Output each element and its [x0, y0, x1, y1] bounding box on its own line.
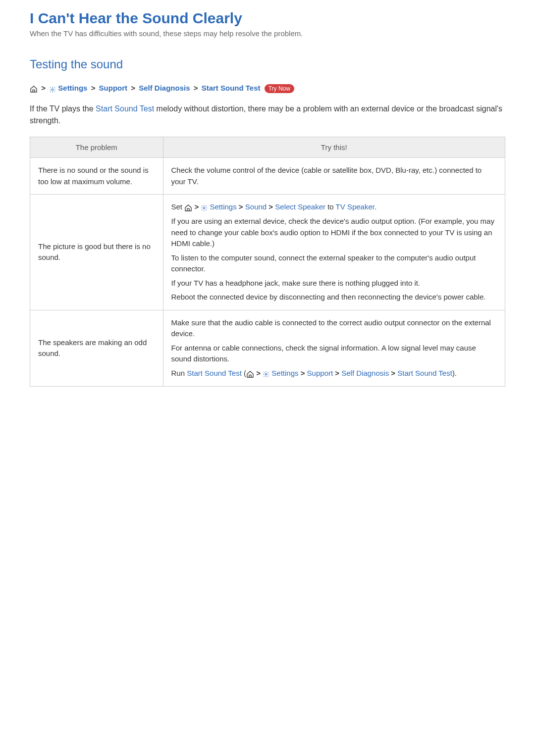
- link-start-sound-test[interactable]: Start Sound Test: [187, 369, 242, 377]
- table-row: The picture is good but there is no soun…: [30, 195, 505, 310]
- intro-link-start-sound-test[interactable]: Start Sound Test: [96, 104, 154, 113]
- breadcrumb-start-sound-test[interactable]: Start Sound Test: [202, 84, 261, 92]
- gear-icon: [49, 85, 56, 93]
- solution-paragraph: To listen to the computer sound, connect…: [171, 252, 497, 275]
- intro-text: If the TV plays the Start Sound Test mel…: [30, 103, 505, 127]
- breadcrumb-self-diagnosis[interactable]: Self Diagnosis: [139, 84, 190, 92]
- text: Set: [171, 202, 185, 211]
- solution-paragraph: For antenna or cable connections, check …: [171, 343, 497, 365]
- chevron-icon: >: [335, 369, 339, 377]
- solution-cell: Check the volume control of the device (…: [163, 158, 505, 195]
- chevron-icon: >: [91, 84, 96, 92]
- link-settings[interactable]: Settings: [210, 202, 236, 211]
- text: (: [242, 369, 246, 377]
- solution-cell: Make sure that the audio cable is connec…: [163, 310, 505, 386]
- breadcrumb-settings[interactable]: Settings: [58, 84, 87, 92]
- home-icon: [246, 368, 254, 380]
- troubleshoot-table: The problem Try this! There is no sound …: [30, 137, 505, 387]
- chevron-icon: >: [41, 84, 46, 92]
- section-heading: Testing the sound: [30, 57, 505, 71]
- table-row: There is no sound or the sound is too lo…: [30, 158, 505, 195]
- link-sound[interactable]: Sound: [245, 202, 267, 211]
- text: to: [325, 202, 336, 211]
- solution-paragraph: Make sure that the audio cable is connec…: [171, 317, 497, 340]
- solution-cell: Set > Settings > Sound > Select Speaker …: [163, 195, 505, 310]
- svg-point-2: [265, 373, 267, 375]
- link-start-sound-test[interactable]: Start Sound Test: [397, 369, 452, 377]
- solution-paragraph: If your TV has a headphone jack, make su…: [171, 278, 497, 289]
- chevron-icon: >: [256, 369, 261, 377]
- gear-icon: [201, 202, 208, 213]
- gear-icon: [263, 368, 269, 380]
- table-row: The speakers are making an odd sound. Ma…: [30, 310, 505, 386]
- link-self-diagnosis[interactable]: Self Diagnosis: [341, 369, 389, 377]
- link-support[interactable]: Support: [307, 369, 333, 377]
- link-select-speaker[interactable]: Select Speaker: [275, 202, 325, 211]
- problem-cell: The picture is good but there is no soun…: [30, 195, 163, 310]
- text: ).: [452, 369, 457, 377]
- problem-cell: The speakers are making an odd sound.: [30, 310, 163, 386]
- chevron-icon: >: [131, 84, 135, 92]
- page-title: I Can't Hear the Sound Clearly: [30, 10, 505, 27]
- svg-point-0: [52, 89, 54, 91]
- subtitle: When the TV has difficulties with sound,…: [30, 29, 505, 38]
- chevron-icon: >: [239, 202, 243, 211]
- chevron-icon: >: [391, 369, 395, 377]
- table-header-try: Try this!: [163, 137, 505, 158]
- chevron-icon: >: [301, 369, 305, 377]
- home-icon: [184, 202, 192, 213]
- table-header-problem: The problem: [30, 137, 163, 158]
- breadcrumb-support[interactable]: Support: [99, 84, 128, 92]
- breadcrumb: > Settings > Support > Self Diagnosis > …: [30, 84, 505, 93]
- intro-part1: If the TV plays the: [30, 104, 96, 113]
- link-tv-speaker[interactable]: TV Speaker: [336, 202, 374, 211]
- link-settings[interactable]: Settings: [271, 369, 298, 377]
- svg-point-1: [204, 207, 206, 209]
- problem-cell: There is no sound or the sound is too lo…: [30, 158, 163, 195]
- text: .: [374, 202, 376, 211]
- chevron-icon: >: [268, 202, 273, 211]
- home-icon: [30, 84, 38, 93]
- solution-paragraph: If you are using an external device, che…: [171, 216, 497, 250]
- chevron-icon: >: [194, 202, 199, 211]
- text: Run: [171, 369, 187, 377]
- chevron-icon: >: [194, 84, 198, 92]
- try-now-badge[interactable]: Try Now: [265, 84, 294, 93]
- solution-paragraph: Reboot the connected device by disconnec…: [171, 292, 497, 303]
